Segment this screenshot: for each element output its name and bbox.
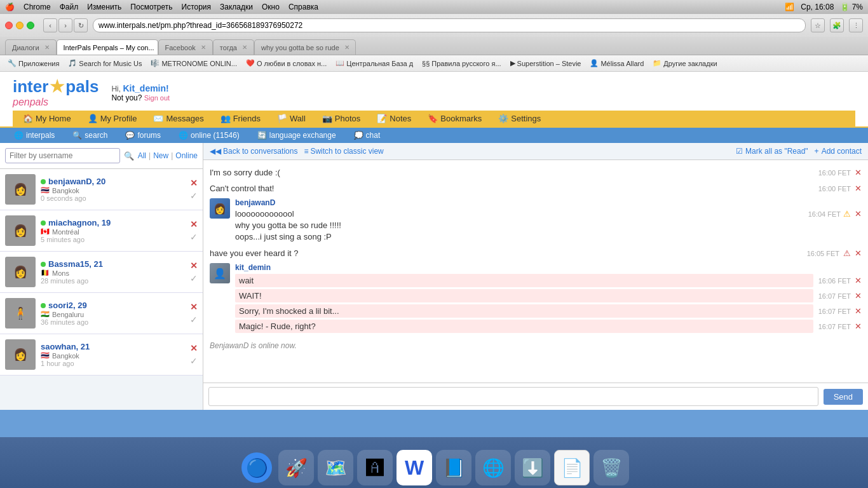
dock-launchpad[interactable]: 🚀 <box>278 450 314 485</box>
menu-view[interactable]: Посмотреть <box>130 3 172 11</box>
tab-facebook[interactable]: Facebook ✕ <box>158 39 213 55</box>
bookmark-star[interactable]: ☆ <box>811 18 825 32</box>
mark-read-button[interactable]: ✓ <box>190 191 198 201</box>
maximize-button[interactable] <box>27 22 34 29</box>
menu-chrome[interactable]: Chrome <box>24 3 51 11</box>
delete-message-button[interactable]: ✕ <box>855 184 862 193</box>
tab-close-icon[interactable]: ✕ <box>44 44 50 51</box>
nav-profile[interactable]: 👤 My Profile <box>80 111 145 126</box>
delete-message-button[interactable]: ✕ <box>855 276 862 285</box>
reload-button[interactable]: ↻ <box>74 18 88 32</box>
bm-other[interactable]: 📁 Другие закладки <box>650 58 719 69</box>
delete-message-button[interactable]: ⚠ <box>843 248 851 258</box>
bm-melissa[interactable]: 👤 Mélissa Allard <box>587 58 646 69</box>
remove-contact-button[interactable]: ✕ <box>190 302 198 312</box>
nav-home[interactable]: 🏠 My Home <box>15 111 79 126</box>
filter-new[interactable]: New <box>153 151 168 160</box>
nav-photos[interactable]: 📷 Photos <box>315 111 368 126</box>
contact-item[interactable]: 👩 Bassma15, 21 🇧🇪 Mons 28 minutes ago <box>0 252 203 293</box>
dock-maps[interactable]: 🗺️ <box>318 450 353 485</box>
subnav-forums[interactable]: 💬 forums <box>116 128 170 143</box>
tab-close-icon[interactable]: ✕ <box>242 44 247 51</box>
filter-all[interactable]: All <box>138 151 146 160</box>
dock-finder[interactable]: 🔵 <box>239 450 275 485</box>
tab-interpals[interactable]: InterPals Penpals – My con... ✕ <box>57 39 158 55</box>
menu-history[interactable]: История <box>182 3 212 11</box>
dock-torrent[interactable]: ⬇️ <box>515 450 550 485</box>
tab-dialogi[interactable]: Диалоги ✕ <box>5 39 57 55</box>
dock-chrome[interactable]: 🌐 <box>475 450 511 485</box>
nav-friends[interactable]: 👥 Friends <box>213 111 268 126</box>
close-button[interactable] <box>5 22 13 29</box>
bm-rules[interactable]: §§ Правила русского я... <box>419 58 503 69</box>
tab-close-icon[interactable]: ✕ <box>344 44 349 51</box>
bm-superstition[interactable]: ▶ Superstition – Stevie <box>508 58 584 69</box>
bm-apps[interactable]: 🔧 Приложения <box>5 58 62 69</box>
forward-button[interactable]: › <box>58 18 72 32</box>
nav-buttons[interactable]: ‹ › ↻ <box>43 18 88 32</box>
nav-settings[interactable]: ⚙️ Settings <box>491 111 548 126</box>
bm-metronome[interactable]: 🎼 METRONOME ONLIN... <box>148 58 240 69</box>
nav-messages[interactable]: ✉️ Messages <box>146 111 211 126</box>
apple-icon[interactable]: 🍎 <box>5 3 15 11</box>
contact-item[interactable]: 👩 miachagnon, 19 🇨🇦 Montréal 5 minutes a… <box>0 210 203 252</box>
contact-item[interactable]: 👩 saowhan, 21 🇹🇭 Bangkok 1 hour ago <box>0 334 203 376</box>
tab-togda[interactable]: тогда ✕ <box>213 39 254 55</box>
bm-music[interactable]: 🎵 Search for Music Us <box>65 58 144 69</box>
delete-message-button[interactable]: ✕ <box>855 291 862 301</box>
filter-online[interactable]: Online <box>175 151 198 160</box>
menu-edit[interactable]: Изменить <box>87 3 121 11</box>
dock-trash[interactable]: 🗑️ <box>593 450 629 485</box>
nav-bookmarks[interactable]: 🔖 Bookmarks <box>420 111 489 126</box>
remove-contact-button[interactable]: ✕ <box>190 219 198 229</box>
menu-file[interactable]: Файл <box>60 3 79 11</box>
bm-central[interactable]: 📖 Центральная База д <box>333 58 416 69</box>
tab-close-icon[interactable]: ✕ <box>201 44 206 51</box>
back-to-conversations-button[interactable]: ◀◀ Back to conversations <box>210 147 297 156</box>
subnav-interpals[interactable]: 🌐 interpals <box>5 128 64 143</box>
mark-read-button[interactable]: ✓ <box>190 232 198 242</box>
extensions-button[interactable]: 🧩 <box>830 18 844 32</box>
delete-message-button[interactable]: ✕ <box>855 322 862 331</box>
add-contact-button[interactable]: + Add contact <box>815 147 862 156</box>
contact-item[interactable]: 🧍 soori2, 29 🇮🇳 Bengaluru 36 minutes ago <box>0 293 203 334</box>
menu-window[interactable]: Окно <box>262 3 280 11</box>
dock-word[interactable]: W <box>397 450 432 485</box>
dock-appstore[interactable]: 🅰 <box>357 450 393 485</box>
remove-contact-button[interactable]: ✕ <box>190 343 198 353</box>
switch-view-button[interactable]: ≡ Switch to classic view <box>304 147 383 156</box>
nav-wall[interactable]: 🏳️ Wall <box>269 111 313 126</box>
subnav-langex[interactable]: 🔄 language exchange <box>248 128 345 143</box>
dock-document[interactable]: 📄 <box>554 450 590 485</box>
message-input[interactable] <box>208 387 818 406</box>
tab-rude[interactable]: why you gotta be so rude ✕ <box>254 39 356 55</box>
contact-item[interactable]: 👩 benjawanD, 20 🇹🇭 Bangkok 0 seconds ago <box>0 169 203 210</box>
url-bar[interactable]: www.interpals.net/pm.php?thread_id=36656… <box>93 18 806 32</box>
delete-message-button[interactable]: ✕ <box>855 168 862 177</box>
remove-contact-button[interactable]: ✕ <box>190 261 198 271</box>
delete-message-button[interactable]: ✕ <box>855 248 862 258</box>
menu-help[interactable]: Справка <box>288 3 318 11</box>
bm-love[interactable]: ❤️ О любви в словах н... <box>243 58 329 69</box>
menu-button[interactable]: ⋮ <box>849 18 863 32</box>
delete-message-button[interactable]: ✕ <box>855 306 862 316</box>
mark-read-button[interactable]: ✓ <box>190 356 198 366</box>
menu-bookmarks[interactable]: Закладки <box>220 3 253 11</box>
mark-read-button[interactable]: ✓ <box>190 315 198 325</box>
send-button[interactable]: Send <box>824 389 863 405</box>
dock-skype[interactable]: 📘 <box>436 450 471 485</box>
mark-read-button[interactable]: ✓ <box>190 273 198 283</box>
remove-contact-button[interactable]: ✕ <box>190 178 198 188</box>
subnav-chat[interactable]: 💭 chat <box>345 128 390 143</box>
mark-all-read-button[interactable]: ☑ Mark all as "Read" <box>736 147 808 156</box>
subnav-search[interactable]: 🔍 search <box>64 128 116 143</box>
minimize-button[interactable] <box>16 22 24 29</box>
filter-input[interactable] <box>5 148 120 163</box>
nav-notes[interactable]: 📝 Notes <box>369 111 419 126</box>
subnav-online[interactable]: 🌐 online (11546) <box>170 128 248 143</box>
back-button[interactable]: ‹ <box>43 18 57 32</box>
location-text: Bangkok <box>52 187 79 194</box>
sign-out-link[interactable]: Sign out <box>144 94 170 102</box>
window-controls[interactable] <box>5 22 34 29</box>
delete-message-button[interactable]: ✕ <box>855 209 862 219</box>
